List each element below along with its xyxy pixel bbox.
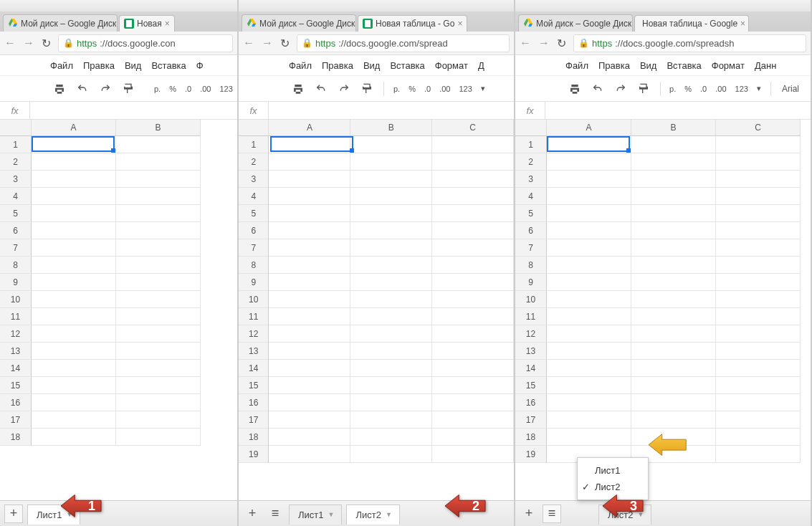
cell[interactable] (631, 394, 716, 411)
row-header[interactable]: 12 (239, 325, 269, 343)
row-header[interactable]: 13 (239, 343, 269, 360)
menu-item[interactable]: Формат (435, 60, 468, 71)
cell[interactable] (432, 257, 514, 274)
format-button[interactable]: р. (667, 85, 678, 93)
all-sheets-button[interactable]: ≡ (543, 505, 561, 523)
row-header[interactable]: 6 (239, 222, 269, 239)
cell[interactable] (32, 257, 116, 274)
cell[interactable] (116, 411, 201, 429)
cell[interactable] (269, 377, 350, 394)
sheet-tab[interactable]: Лист2▼ (346, 505, 399, 525)
cell[interactable] (350, 274, 432, 291)
close-icon[interactable]: × (740, 19, 745, 29)
popup-item[interactable]: Лист1 (578, 462, 648, 479)
cell[interactable] (547, 188, 631, 205)
cell[interactable] (716, 222, 801, 239)
undo-icon[interactable] (312, 80, 330, 97)
url-input[interactable]: 🔒https://docs.google.com/spreadsh (573, 34, 806, 52)
row-header[interactable]: 14 (0, 360, 32, 377)
row-header[interactable]: 8 (0, 257, 32, 274)
close-icon[interactable]: × (165, 19, 170, 29)
format-button[interactable]: .0 (422, 85, 433, 93)
cell[interactable] (116, 171, 201, 188)
cell[interactable] (350, 205, 432, 222)
cell[interactable] (432, 308, 514, 325)
sheet-tab[interactable]: Лист1▼ (289, 505, 342, 525)
menu-item[interactable]: Файл (50, 60, 73, 71)
menu-item[interactable]: Вид (125, 60, 142, 71)
menu-item[interactable]: Правка (598, 60, 630, 71)
cell[interactable] (269, 171, 350, 188)
cell[interactable] (116, 429, 201, 446)
row-header[interactable]: 1 (0, 136, 32, 153)
cell[interactable] (269, 343, 350, 360)
cell[interactable] (269, 222, 350, 239)
browser-tab[interactable]: Новая таблица - Google× (634, 15, 749, 32)
cell[interactable] (631, 239, 716, 257)
format-button[interactable]: р. (391, 85, 402, 93)
cell[interactable] (716, 257, 801, 274)
cell[interactable] (631, 205, 716, 222)
paint-format-icon[interactable] (358, 80, 376, 97)
cell[interactable] (631, 343, 716, 360)
cell[interactable] (350, 171, 432, 188)
cell[interactable] (631, 153, 716, 171)
menu-item[interactable]: Вставка (390, 60, 424, 71)
row-header[interactable]: 7 (239, 239, 269, 257)
cell[interactable] (32, 429, 116, 446)
chevron-down-icon[interactable]: ▼ (386, 511, 392, 518)
cell[interactable] (631, 188, 716, 205)
cell[interactable] (547, 343, 631, 360)
cell[interactable] (631, 308, 716, 325)
row-header[interactable]: 9 (239, 274, 269, 291)
cell[interactable] (350, 222, 432, 239)
undo-icon[interactable] (73, 80, 92, 97)
cell[interactable] (716, 394, 801, 411)
cell[interactable] (350, 257, 432, 274)
fill-handle[interactable] (626, 148, 631, 153)
menu-item[interactable]: Формат (712, 60, 745, 71)
cell[interactable] (432, 153, 514, 171)
cell[interactable] (32, 325, 116, 343)
cell[interactable] (269, 188, 350, 205)
cell[interactable] (350, 308, 432, 325)
cell[interactable] (32, 360, 116, 377)
row-header[interactable]: 17 (0, 411, 32, 429)
cell[interactable] (547, 153, 631, 171)
cell[interactable] (269, 411, 350, 429)
cell[interactable] (432, 411, 514, 429)
row-header[interactable]: 4 (0, 188, 32, 205)
row-header[interactable]: 8 (239, 257, 269, 274)
fill-handle[interactable] (111, 148, 115, 153)
row-header[interactable]: 11 (239, 308, 269, 325)
cell[interactable] (547, 222, 631, 239)
row-header[interactable]: 15 (515, 377, 547, 394)
cell[interactable] (32, 377, 116, 394)
cell[interactable] (432, 291, 514, 308)
redo-icon[interactable] (611, 80, 630, 97)
cell[interactable] (269, 153, 350, 171)
cell[interactable] (716, 205, 801, 222)
cell[interactable] (350, 429, 432, 446)
cell[interactable] (547, 394, 631, 411)
cell[interactable] (116, 325, 201, 343)
cell[interactable] (269, 325, 350, 343)
cell[interactable] (32, 308, 116, 325)
row-header[interactable]: 18 (515, 429, 547, 446)
row-header[interactable]: 10 (0, 291, 32, 308)
print-icon[interactable] (565, 80, 584, 97)
cell[interactable] (432, 394, 514, 411)
menu-item[interactable]: Ф (196, 60, 204, 71)
cell[interactable] (547, 411, 631, 429)
browser-tab[interactable]: Мой диск – Google Диск× (242, 14, 356, 32)
redo-icon[interactable] (335, 80, 353, 97)
row-header[interactable]: 14 (239, 360, 269, 377)
cell[interactable] (32, 239, 116, 257)
cell[interactable] (716, 360, 801, 377)
format-button[interactable]: .00 (713, 85, 728, 93)
row-header[interactable]: 16 (239, 394, 269, 411)
select-all-corner[interactable] (239, 120, 269, 136)
cell[interactable] (716, 171, 801, 188)
format-button[interactable]: .00 (198, 85, 213, 93)
print-icon[interactable] (50, 80, 69, 97)
